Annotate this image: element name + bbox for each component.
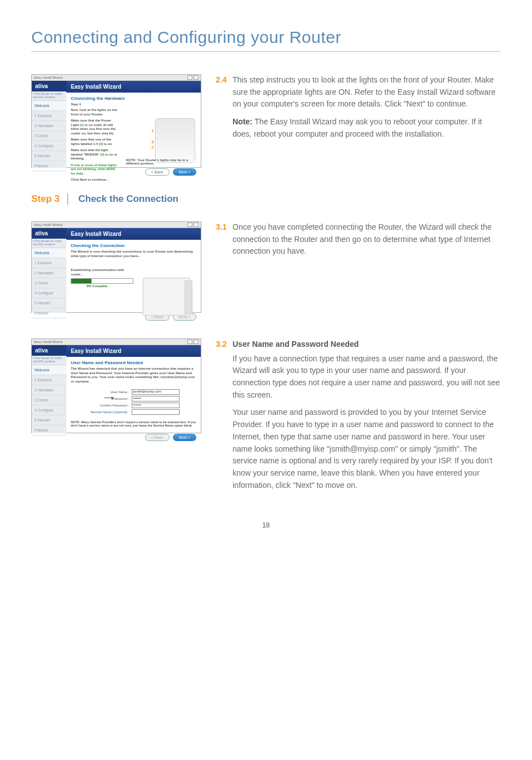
pane-heading: User Name and Password Needed (71, 360, 196, 365)
pane-power-light: Make sure that the Power Light (1) is on… (71, 119, 118, 135)
username-label: User Name : (88, 390, 129, 394)
step-32-p2: Your user name and password is provided … (233, 406, 501, 491)
confirm-password-input[interactable]: ••••••• (132, 403, 180, 408)
brand-logo: ativa (32, 81, 66, 91)
step-3-header: Step 3 Check the Connection (31, 193, 501, 205)
sidebar-item-welcome: Welcome (32, 248, 66, 258)
progress-bar (71, 278, 133, 284)
window-title-text: Easy Install Wizard (34, 223, 62, 226)
step-24-note: Note: The Easy Install Wizard may ask yo… (233, 116, 501, 140)
title-underline (31, 51, 501, 52)
confirm-password-label: Confirm Password : (88, 404, 129, 407)
minimize-icon (187, 75, 192, 80)
wizard-screenshot-hardware: Easy Install Wizard ativa 4 Port Router … (31, 74, 201, 168)
sidebar-item-finished: Finished (32, 161, 66, 171)
pane-heading: Connecting the Hardware (71, 96, 196, 101)
window-title-text: Easy Install Wizard (34, 76, 62, 79)
pane-modem-light: Make sure that the light labeled "MODEM"… (71, 148, 118, 161)
step-number-32: 3.2 (216, 338, 233, 497)
page-number: 18 (31, 521, 501, 529)
sidebar-item-configure: 4 Configure (32, 288, 66, 298)
pane-heading: Checking the Connection (71, 243, 196, 248)
callout-1: 1 (152, 128, 154, 133)
close-icon (194, 222, 199, 227)
sidebar-item-hardware: 2 Hardware (32, 385, 66, 395)
minimize-icon (187, 222, 192, 227)
step-32-heading: User Name and Password Needed (233, 340, 359, 348)
close-icon (194, 75, 199, 80)
pane-desc: The Wizard has detected that you have an… (71, 367, 196, 384)
sidebar-item-hardware: 2 Hardware (32, 268, 66, 278)
sidebar-item-welcome: Welcome (32, 101, 66, 111)
brand-subtitle: 4 Port Router for Cable and DSL modems (32, 356, 66, 365)
brand-logo: ativa (32, 228, 66, 239)
back-button[interactable]: < Back (145, 434, 170, 441)
pane-lights-intro: Now, look at the lights on the front of … (71, 108, 118, 117)
step-number-31: 3.1 (216, 221, 233, 263)
close-icon (194, 340, 199, 344)
brand-subtitle: 4 Port Router for Cable and DSL modems (32, 239, 66, 248)
router-illustration (155, 118, 195, 163)
pane-help-link: If one or more of these lights are not b… (71, 163, 118, 176)
pane-sub-step: Step 4 (71, 103, 196, 106)
sidebar-item-configure: 4 Configure (32, 405, 66, 415)
pane-position-note: NOTE: Your Router's lights may be in a d… (126, 158, 196, 165)
wizard-banner: Easy Install Wizard (66, 81, 201, 93)
next-button[interactable]: Next > (173, 434, 196, 441)
sidebar-item-check: 3 Check (32, 278, 66, 288)
wizard-banner: Easy Install Wizard (66, 345, 201, 357)
step-3-number: Step 3 (31, 193, 68, 205)
username-input[interactable]: jsmith@myisp.com (132, 389, 180, 395)
wizard-screenshot-username: Easy Install Wizard ativa 4 Port Router … (31, 338, 201, 433)
window-title-text: Easy Install Wizard (34, 340, 62, 343)
wizard-banner: Easy Install Wizard (66, 228, 201, 240)
service-name-input[interactable] (132, 409, 180, 415)
sidebar-item-finished: Finished (32, 425, 66, 435)
next-button[interactable]: Next > (173, 168, 196, 176)
pane-click-next: Click Next to continue... (71, 178, 118, 182)
sidebar-item-finished: Finished (32, 308, 66, 318)
pane-port-lights: Make sure that one of the lights labeled… (71, 138, 118, 146)
sidebar-item-examine: 1 Examine (32, 111, 66, 121)
brand-logo: ativa (32, 345, 66, 356)
sidebar-item-hardware: 2 Hardware (32, 121, 66, 131)
step-32-p1: If you have a connection type that requi… (233, 353, 501, 401)
pc-illustration (143, 278, 191, 316)
sidebar-item-configure: 4 Configure (32, 141, 66, 151)
back-button[interactable]: < Back (145, 168, 170, 176)
wizard-screenshot-checking: Easy Install Wizard ativa 4 Port Router … (31, 221, 201, 313)
sidebar-item-examine: 1 Examine (32, 258, 66, 268)
step-3-label: Check the Connection (78, 193, 178, 204)
step-24-body: This step instructs you to look at the l… (233, 74, 501, 110)
brand-subtitle: 4 Port Router for Cable and DSL modems (32, 92, 66, 101)
sidebar-item-internet: 5 Internet (32, 415, 66, 425)
service-name-note: NOTE: Many Internet Providers don't requ… (71, 420, 196, 427)
page-title: Connecting and Configuring your Router (31, 28, 501, 47)
arrow-icon (104, 398, 113, 398)
sidebar-item-examine: 1 Examine (32, 375, 66, 385)
sidebar-item-internet: 5 Internet (32, 298, 66, 308)
establishing-text: Establishing communication with router..… (71, 268, 132, 277)
callout-2: 2 (152, 145, 154, 150)
sidebar-item-internet: 5 Internet (32, 151, 66, 161)
callout-3: 3 (152, 139, 154, 144)
pane-desc: The Wizard is now checking the connectio… (71, 250, 194, 258)
step-31-body: Once you have completed connecting the R… (233, 221, 501, 258)
minimize-icon (187, 340, 192, 344)
sidebar-item-welcome: Welcome (32, 365, 66, 375)
password-input[interactable]: ••••••• (132, 396, 180, 401)
step-number-24: 2.4 (216, 74, 233, 146)
sidebar-item-check: 3 Check (32, 131, 66, 141)
sidebar-item-check: 3 Check (32, 395, 66, 405)
service-name-label: Service Name (Optional) : (88, 410, 129, 414)
